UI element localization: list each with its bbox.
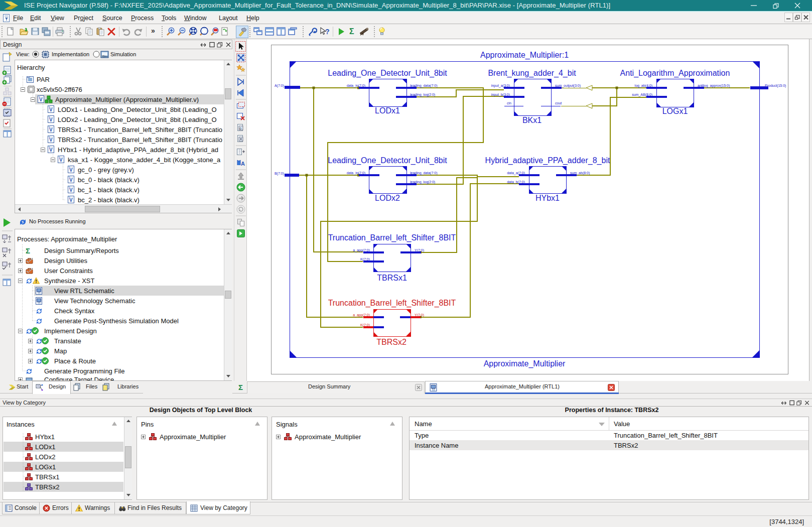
svg-text:Approximate_Multiplier: Approximate_Multiplier <box>295 433 361 441</box>
svg-text:Brent_kung_adder_4_bit: Brent_kung_adder_4_bit <box>488 69 576 78</box>
svg-text:Value: Value <box>614 420 630 428</box>
svg-text:Y(7:0): Y(7:0) <box>415 313 424 317</box>
svg-text:LODx1 - Leading_One_Detector_U: LODx1 - Leading_One_Detector_Unit_8bit (… <box>58 106 217 113</box>
svg-text:A: A <box>241 161 245 167</box>
svg-text:Processes: Approximate_Multipl: Processes: Approximate_Multiplier <box>17 235 117 243</box>
svg-text:HYbx1: HYbx1 <box>35 433 55 441</box>
svg-text:Pins: Pins <box>141 421 154 428</box>
svg-text:data_in(7:0): data_in(7:0) <box>347 84 365 88</box>
svg-text:K(7:0): K(7:0) <box>360 257 370 261</box>
svg-text:LODx2: LODx2 <box>375 194 400 202</box>
svg-text:ISim: ISim <box>102 55 108 58</box>
svg-text:LODx1: LODx1 <box>375 106 400 115</box>
svg-text:data_b(7:0): data_b(7:0) <box>507 180 525 184</box>
svg-text:LODx2 - Leading_One_Detector_U: LODx2 - Leading_One_Detector_Unit_8bit (… <box>58 116 217 123</box>
svg-text:leading_data(7:0): leading_data(7:0) <box>410 171 438 175</box>
svg-text:Instance Name: Instance Name <box>415 442 458 449</box>
svg-text:Check Syntax: Check Syntax <box>54 307 95 315</box>
svg-text:bc_1 - black (black.v): bc_1 - black (black.v) <box>78 186 140 194</box>
svg-text:leading_data(7:0): leading_data(7:0) <box>410 84 438 88</box>
svg-text:cout: cout <box>555 101 562 105</box>
svg-text:BKx1: BKx1 <box>522 116 542 124</box>
svg-text:Design Utilities: Design Utilities <box>44 257 87 265</box>
svg-text:TBRSx2: TBRSx2 <box>35 483 59 491</box>
svg-text:User Constraints: User Constraints <box>44 267 93 275</box>
svg-text:LODx2: LODx2 <box>35 453 55 461</box>
svg-text:K(7:0): K(7:0) <box>360 323 370 327</box>
svg-text:LODx1: LODx1 <box>35 443 55 451</box>
svg-text:LOGx1: LOGx1 <box>662 107 688 115</box>
svg-text:data_in(7:0): data_in(7:0) <box>347 171 365 175</box>
svg-text:Hybrid_adaptive_PPA_adder_8_bi: Hybrid_adaptive_PPA_adder_8_bit <box>485 156 610 165</box>
svg-text:View RTL Schematic: View RTL Schematic <box>54 287 114 295</box>
svg-text:HYbx1 - Hybrid_adaptive_PPA_ad: HYbx1 - Hybrid_adaptive_PPA_adder_8_bit … <box>58 146 218 154</box>
svg-text:Truncation_Barrel_left_Shifter: Truncation_Barrel_left_Shifter_8BIT <box>328 233 456 242</box>
svg-text:Leading_One_Detector_Unit_8bit: Leading_One_Detector_Unit_8bit <box>328 69 447 78</box>
svg-text:input_b(3:0): input_b(3:0) <box>491 93 510 97</box>
svg-text:Synthesize - XST: Synthesize - XST <box>44 277 94 285</box>
svg-text:TBRSx1 - Truncation_Barrel_lef: TBRSx1 - Truncation_Barrel_left_Shifter_… <box>58 126 222 134</box>
svg-text:TBRSx1: TBRSx1 <box>377 274 407 282</box>
svg-text:antilog_approx(15:0): antilog_approx(15:0) <box>698 84 730 88</box>
svg-text:TBRSx2 - Truncation_Barrel_lef: TBRSx2 - Truncation_Barrel_left_Shifter_… <box>58 136 222 144</box>
svg-text:TBRSx2: TBRSx2 <box>376 338 407 346</box>
svg-text:Truncation_Barrel_left_Shifter: Truncation_Barrel_left_Shifter_8BIT <box>328 299 456 308</box>
svg-text:cin: cin <box>507 101 511 105</box>
svg-text:input_a(3:0): input_a(3:0) <box>491 84 510 88</box>
svg-text:Instances: Instances <box>7 421 35 428</box>
svg-text:LOGx1: LOGx1 <box>35 463 56 471</box>
svg-text:o: o <box>239 126 241 130</box>
svg-text:B(7:0): B(7:0) <box>275 172 284 176</box>
svg-text:Generate Post-Synthesis Simula: Generate Post-Synthesis Simulation Model <box>54 317 179 325</box>
svg-text:a_app(7:0): a_app(7:0) <box>353 313 370 317</box>
svg-text:Approximate_Multiplier (Approx: Approximate_Multiplier (Approximate_Mult… <box>55 96 199 103</box>
svg-text:sum_output(3:0): sum_output(3:0) <box>555 84 581 88</box>
svg-text:Anti_Logarithm_Approximation: Anti_Logarithm_Approximation <box>620 69 730 78</box>
svg-text:PAR: PAR <box>37 76 50 83</box>
svg-text:Product(15:0): Product(15:0) <box>765 84 786 88</box>
svg-text:TBRSx2: TBRSx2 <box>614 442 638 449</box>
svg-text:Design Summary/Reports: Design Summary/Reports <box>44 247 119 254</box>
svg-text:Approximate_Multiplier: Approximate_Multiplier <box>484 359 566 368</box>
svg-text:Leading_One_Detector_Unit_8bit: Leading_One_Detector_Unit_8bit <box>328 156 447 165</box>
svg-text:?: ? <box>325 28 330 36</box>
svg-text:log_ab(4:0): log_ab(4:0) <box>635 84 652 88</box>
svg-text:bc_2 - black (black.v): bc_2 - black (black.v) <box>78 196 140 204</box>
svg-text:Signals: Signals <box>276 421 298 428</box>
svg-text:View Technology Schematic: View Technology Schematic <box>54 297 136 305</box>
svg-text:Type: Type <box>415 432 429 439</box>
svg-text:Place & Route: Place & Route <box>54 357 96 365</box>
svg-text:Implement Design: Implement Design <box>44 327 97 335</box>
svg-text:leading_log(2:0): leading_log(2:0) <box>410 93 435 97</box>
svg-text:HYbx1: HYbx1 <box>535 194 560 202</box>
svg-text:leading_log(2:0): leading_log(2:0) <box>410 180 435 184</box>
svg-text:sum_ab(8:0): sum_ab(8:0) <box>570 171 590 175</box>
svg-text:Σ: Σ <box>26 246 30 255</box>
svg-text:Σ: Σ <box>349 27 354 36</box>
svg-text:Translate: Translate <box>54 337 81 345</box>
svg-text:sum_AB(8:0): sum_AB(8:0) <box>632 93 652 97</box>
svg-text:a_app(7:0): a_app(7:0) <box>353 248 370 252</box>
svg-text:Map: Map <box>54 347 67 355</box>
svg-text:Approximate_Multiplier:1: Approximate_Multiplier:1 <box>480 51 569 60</box>
svg-text:Name: Name <box>415 420 432 428</box>
svg-text:TBRSx1: TBRSx1 <box>35 473 59 481</box>
svg-text:Configure Target Device: Configure Target Device <box>44 376 114 380</box>
svg-text:gc_0 - grey (grey.v): gc_0 - grey (grey.v) <box>78 166 134 174</box>
svg-text:Truncation_Barrel_left_Shifter: Truncation_Barrel_left_Shifter_8BIT <box>614 432 718 439</box>
svg-text:Hierarchy: Hierarchy <box>17 64 45 71</box>
svg-text:Approximate_Multiplier: Approximate_Multiplier <box>160 433 226 441</box>
svg-text:ksa_x1 - Kogge_stone_adder_4_b: ksa_x1 - Kogge_stone_adder_4_bit (Kogge_… <box>68 156 221 164</box>
svg-text:bc_0 - black (black.v): bc_0 - black (black.v) <box>78 176 140 184</box>
svg-text:Σ: Σ <box>238 383 243 391</box>
svg-text:Y(7:0): Y(7:0) <box>415 248 424 252</box>
svg-text:xc5vlx50-2ff676: xc5vlx50-2ff676 <box>37 86 82 93</box>
svg-text:Generate Programming File: Generate Programming File <box>44 367 124 375</box>
svg-text:data_a(7:0): data_a(7:0) <box>507 171 525 175</box>
svg-text:A(7:0): A(7:0) <box>275 84 284 88</box>
